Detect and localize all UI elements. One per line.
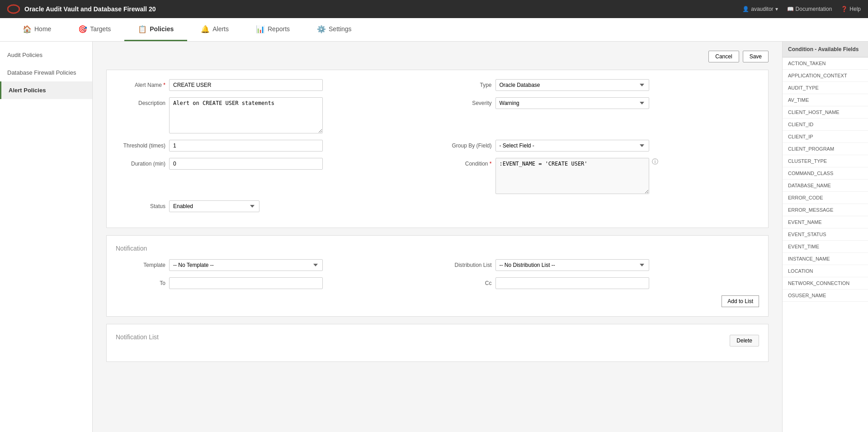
field-item-event_time[interactable]: EVENT_TIME — [783, 241, 868, 253]
sidebar-item-db-firewall-policies[interactable]: Database Firewall Policies — [0, 64, 92, 81]
status-select[interactable]: Enabled Disabled — [169, 200, 259, 212]
template-label: Template — [116, 259, 165, 268]
field-item-client_host_name[interactable]: CLIENT_HOST_NAME — [783, 106, 868, 119]
top-navbar: Oracle Audit Vault and Database Firewall… — [0, 0, 868, 18]
form-group-description: Description Alert on CREATE USER stateme… — [116, 97, 433, 133]
alert-name-input[interactable] — [169, 79, 323, 91]
field-item-error_message[interactable]: ERROR_MESSAGE — [783, 204, 868, 216]
form-section: Alert Name * Type Oracle Database Descri… — [106, 70, 769, 228]
nav-reports[interactable]: 📊 Reports — [242, 18, 303, 41]
field-item-action_taken[interactable]: ACTION_TAKEN — [783, 57, 868, 70]
cc-input[interactable] — [495, 277, 649, 289]
form-row-5: Status Enabled Disabled — [116, 200, 759, 212]
field-item-cluster_type[interactable]: CLUSTER_TYPE — [783, 155, 868, 167]
field-item-database_name[interactable]: DATABASE_NAME — [783, 180, 868, 192]
type-label: Type — [442, 79, 492, 88]
form-group-cc: Cc — [442, 277, 760, 289]
condition-wrapper: :EVENT_NAME = 'CREATE USER' ⓘ — [495, 158, 658, 194]
sidebar-item-alert-policies[interactable]: Alert Policies — [0, 81, 92, 99]
main-nav: 🏠 Home 🎯 Targets 📋 Policies 🔔 Alerts 📊 R… — [0, 18, 868, 42]
field-item-client_id[interactable]: CLIENT_ID — [783, 119, 868, 131]
nav-home[interactable]: 🏠 Home — [9, 18, 65, 41]
field-item-av_time[interactable]: AV_TIME — [783, 94, 868, 106]
field-item-event_name[interactable]: EVENT_NAME — [783, 216, 868, 228]
form-group-type: Type Oracle Database — [442, 79, 760, 91]
form-group-status: Status Enabled Disabled — [116, 200, 759, 212]
nav-settings[interactable]: ⚙️ Settings — [303, 18, 365, 41]
add-to-list-row: Add to List — [116, 295, 759, 307]
svg-point-0 — [8, 5, 19, 13]
home-icon: 🏠 — [23, 25, 32, 33]
field-item-application_context[interactable]: APPLICATION_CONTEXT — [783, 70, 868, 82]
action-bar: Cancel Save — [106, 51, 769, 62]
form-row-3: Threshold (times) Group By (Field) - Sel… — [116, 140, 759, 152]
targets-icon: 🎯 — [78, 25, 87, 33]
policies-icon: 📋 — [138, 25, 147, 33]
field-item-error_code[interactable]: ERROR_CODE — [783, 192, 868, 204]
form-group-threshold: Threshold (times) — [116, 140, 433, 152]
form-group-distribution-list: Distribution List -- No Distribution Lis… — [442, 259, 760, 271]
form-group-template: Template -- No Template -- — [116, 259, 433, 271]
form-group-severity: Severity Warning — [442, 97, 760, 109]
app-logo — [7, 3, 20, 15]
notification-row-2: To Cc — [116, 277, 759, 289]
sidebar-item-audit-policies[interactable]: Audit Policies — [0, 46, 92, 64]
notification-row-1: Template -- No Template -- Distribution … — [116, 259, 759, 271]
cancel-button[interactable]: Cancel — [708, 51, 739, 62]
field-item-client_program[interactable]: CLIENT_PROGRAM — [783, 143, 868, 155]
alert-name-required: * — [163, 82, 165, 88]
documentation-link[interactable]: 📖 Documentation — [787, 6, 832, 12]
description-label: Description — [116, 97, 165, 106]
to-input[interactable] — [169, 277, 323, 289]
settings-icon: ⚙️ — [317, 25, 326, 33]
main-content: Cancel Save Alert Name * Type Oracle Dat… — [93, 42, 782, 432]
nav-targets[interactable]: 🎯 Targets — [65, 18, 124, 41]
template-select[interactable]: -- No Template -- — [169, 259, 323, 271]
user-icon: 👤 — [742, 6, 749, 12]
condition-help-icon[interactable]: ⓘ — [652, 158, 658, 166]
to-label: To — [116, 277, 165, 286]
group-by-select[interactable]: - Select Field - — [495, 140, 649, 152]
distribution-list-select[interactable]: -- No Distribution List -- — [495, 259, 649, 271]
right-panel-title: Condition - Available Fields — [783, 42, 868, 57]
threshold-label: Threshold (times) — [116, 140, 165, 149]
sidebar: Audit Policies Database Firewall Policie… — [0, 42, 93, 432]
field-item-audit_type[interactable]: AUDIT_TYPE — [783, 82, 868, 94]
type-select[interactable]: Oracle Database — [495, 79, 649, 91]
notification-list-title: Notification List — [116, 333, 159, 341]
field-item-osuser_name[interactable]: OSUSER_NAME — [783, 290, 868, 302]
condition-label: Condition * — [442, 158, 492, 167]
field-item-event_status[interactable]: EVENT_STATUS — [783, 228, 868, 241]
severity-label: Severity — [442, 97, 492, 106]
alert-name-label: Alert Name * — [116, 79, 165, 88]
nav-alerts[interactable]: 🔔 Alerts — [187, 18, 242, 41]
field-item-instance_name[interactable]: INSTANCE_NAME — [783, 253, 868, 265]
right-panel-fields: ACTION_TAKENAPPLICATION_CONTEXTAUDIT_TYP… — [783, 57, 868, 302]
layout: Audit Policies Database Firewall Policie… — [0, 42, 868, 432]
user-menu[interactable]: 👤 avauditor ▾ — [742, 6, 778, 12]
field-item-network_connection[interactable]: NETWORK_CONNECTION — [783, 277, 868, 290]
distribution-list-label: Distribution List — [442, 259, 492, 268]
form-row-4: Duration (min) Condition * :EVENT_NAME =… — [116, 158, 759, 194]
help-link[interactable]: ❓ Help — [841, 6, 861, 12]
field-item-client_ip[interactable]: CLIENT_IP — [783, 131, 868, 143]
severity-select[interactable]: Warning — [495, 97, 649, 109]
navbar-right: 👤 avauditor ▾ 📖 Documentation ❓ Help — [742, 6, 861, 12]
form-row-1: Alert Name * Type Oracle Database — [116, 79, 759, 91]
delete-button[interactable]: Delete — [730, 335, 759, 347]
notification-section: Notification Template -- No Template -- … — [106, 235, 769, 317]
duration-input[interactable] — [169, 158, 323, 170]
nav-policies[interactable]: 📋 Policies — [124, 18, 187, 41]
reports-icon: 📊 — [256, 25, 265, 33]
cc-label: Cc — [442, 277, 492, 286]
add-to-list-button[interactable]: Add to List — [722, 295, 759, 307]
field-item-command_class[interactable]: COMMAND_CLASS — [783, 167, 868, 180]
threshold-input[interactable] — [169, 140, 323, 152]
notification-title: Notification — [116, 245, 759, 252]
description-input[interactable]: Alert on CREATE USER statements — [169, 97, 323, 133]
alerts-icon: 🔔 — [201, 25, 210, 33]
save-button[interactable]: Save — [743, 51, 769, 62]
condition-input[interactable]: :EVENT_NAME = 'CREATE USER' — [495, 158, 649, 194]
status-label: Status — [116, 200, 165, 209]
field-item-location[interactable]: LOCATION — [783, 265, 868, 277]
